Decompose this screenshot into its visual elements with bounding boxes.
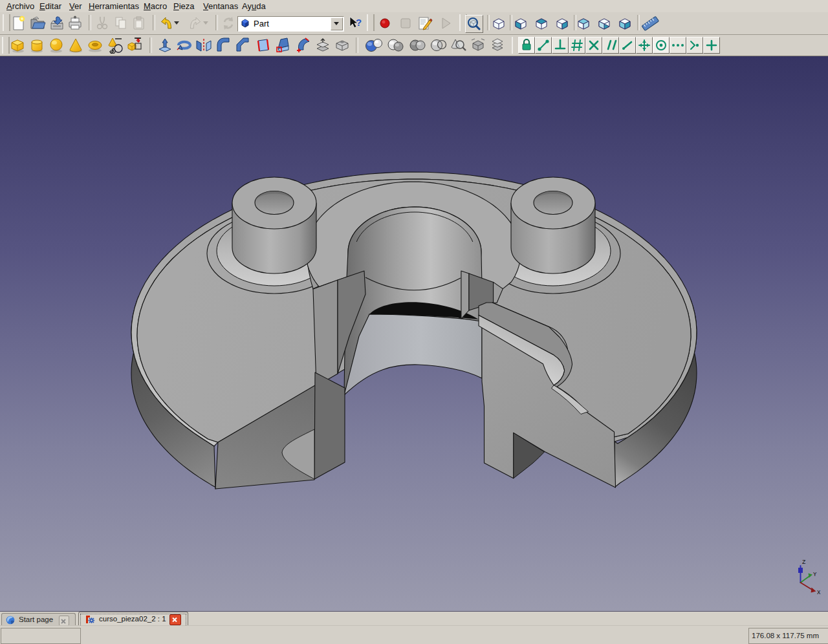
svg-text:Z: Z bbox=[802, 559, 806, 566]
svg-text:Y: Y bbox=[813, 572, 817, 578]
svg-text:X: X bbox=[817, 590, 821, 596]
svg-text:?: ? bbox=[356, 17, 362, 28]
